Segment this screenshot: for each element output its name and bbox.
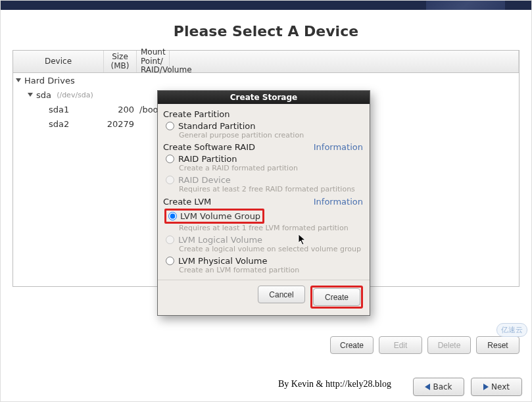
radio-input <box>166 236 174 244</box>
option-desc: General purpose partition creation <box>179 131 363 139</box>
radio-input[interactable] <box>166 122 174 130</box>
radio-lvm-logical-volume: LVM Logical Volume <box>166 235 363 245</box>
edit-button: Edit <box>379 336 422 354</box>
arrow-left-icon <box>425 384 430 390</box>
wizard-nav: Back Next <box>413 378 522 396</box>
tree-root[interactable]: Hard Drives <box>13 73 519 88</box>
option-desc: Requires at least 2 free RAID formated p… <box>179 185 363 193</box>
table-header: Device Size (MB) Mount Point/ RAID/Volum… <box>13 51 519 73</box>
next-button[interactable]: Next <box>471 378 522 396</box>
col-mount[interactable]: Mount Point/ RAID/Volume <box>137 51 170 72</box>
arrow-right-icon <box>483 384 489 390</box>
col-rest <box>170 51 519 72</box>
radio-input <box>166 176 174 184</box>
option-desc: Create an LVM formated partition <box>179 266 363 274</box>
page-title: Please Select A Device <box>1 23 531 39</box>
dialog-create-button[interactable]: Create <box>313 288 360 306</box>
back-button[interactable]: Back <box>413 378 464 396</box>
create-storage-dialog: Create Storage Create Partition Standard… <box>157 90 370 316</box>
radio-lvm-physical-volume[interactable]: LVM Physical Volume <box>166 256 363 266</box>
col-size[interactable]: Size (MB) <box>104 51 137 72</box>
dialog-title: Create Storage <box>158 91 370 104</box>
window-topbar <box>1 1 531 10</box>
radio-lvm-volume-group-highlight: LVM Volume Group <box>164 209 264 224</box>
radio-input[interactable] <box>166 257 174 265</box>
chevron-down-icon[interactable] <box>28 93 33 97</box>
reset-button[interactable]: Reset <box>476 336 520 354</box>
create-button[interactable]: Create <box>330 336 374 354</box>
footer-credit: By Kevin & http://kely28.blog <box>278 379 391 389</box>
dialog-button-row: Cancel Create <box>158 280 370 315</box>
delete-button: Delete <box>427 336 471 354</box>
option-desc: Create a logical volume on selected volu… <box>179 245 363 253</box>
main-button-row: Create Edit Delete Reset <box>330 336 520 354</box>
chevron-down-icon[interactable] <box>16 78 21 82</box>
lvm-info-link[interactable]: Information <box>314 197 363 207</box>
section-create-lvm: Create LVM Information <box>163 197 363 207</box>
section-create-raid: Create Software RAID Information <box>163 142 363 152</box>
radio-input[interactable] <box>166 155 174 163</box>
radio-raid-partition[interactable]: RAID Partition <box>166 154 363 164</box>
page-header: Please Select A Device <box>1 10 531 50</box>
dialog-create-highlight: Create <box>310 286 363 309</box>
radio-raid-device: RAID Device <box>166 175 363 185</box>
raid-info-link[interactable]: Information <box>314 142 363 152</box>
section-create-partition: Create Partition <box>163 109 363 119</box>
dialog-cancel-button[interactable]: Cancel <box>258 286 305 303</box>
col-device[interactable]: Device <box>13 51 104 72</box>
radio-lvm-volume-group[interactable] <box>168 212 177 220</box>
option-desc: Create a RAID formated partition <box>179 164 363 172</box>
provider-badge: 亿速云 <box>496 323 527 337</box>
radio-standard-partition[interactable]: Standard Partition <box>166 121 363 131</box>
option-desc: Requires at least 1 free LVM formated pa… <box>179 224 363 232</box>
